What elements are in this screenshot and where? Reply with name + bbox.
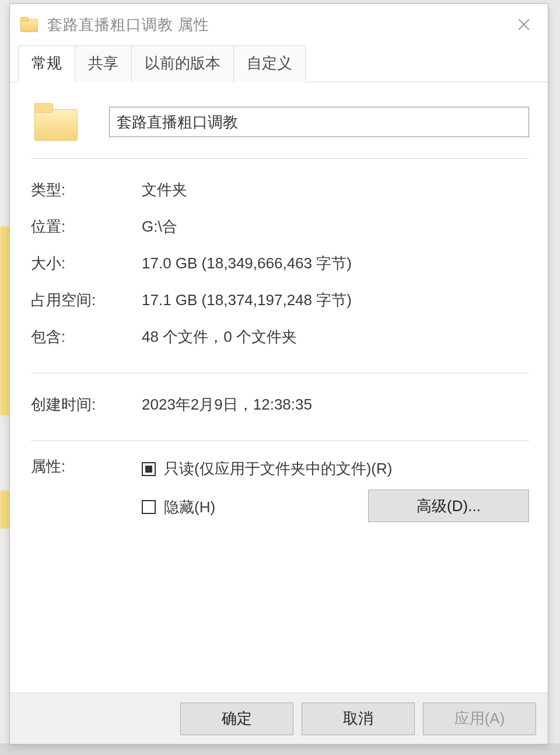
value-size: 17.0 GB (18,349,666,463 字节) bbox=[142, 253, 529, 274]
background-decoration bbox=[0, 0, 9, 755]
close-button[interactable] bbox=[510, 11, 537, 38]
attributes-block: 属性: 只读(仅应用于文件夹中的文件)(R) 隐藏(H) 高级(D)... bbox=[31, 441, 529, 522]
tabstrip: 常规 共享 以前的版本 自定义 bbox=[10, 45, 548, 82]
checkbox-readonly-label[interactable]: 只读(仅应用于文件夹中的文件)(R) bbox=[164, 459, 392, 479]
value-type: 文件夹 bbox=[142, 180, 529, 200]
value-created: 2023年2月9日，12:38:35 bbox=[142, 394, 529, 415]
label-size: 大小: bbox=[31, 253, 142, 274]
tab-general[interactable]: 常规 bbox=[18, 46, 75, 82]
dialog-footer: 确定 取消 应用(A) bbox=[10, 693, 548, 744]
label-created: 创建时间: bbox=[31, 394, 142, 415]
checkbox-readonly[interactable] bbox=[142, 462, 156, 476]
tab-content-general: 类型: 文件夹 位置: G:\合 大小: 17.0 GB (18,349,666… bbox=[10, 82, 548, 693]
folder-icon bbox=[20, 17, 38, 32]
tab-previous-versions[interactable]: 以前的版本 bbox=[131, 46, 234, 82]
info-block-1: 类型: 文件夹 位置: G:\合 大小: 17.0 GB (18,349,666… bbox=[31, 159, 529, 373]
value-size-on-disk: 17.1 GB (18,374,197,248 字节) bbox=[142, 290, 529, 310]
close-icon bbox=[517, 18, 530, 31]
value-location: G:\合 bbox=[142, 216, 529, 237]
label-type: 类型: bbox=[31, 180, 142, 200]
label-contains: 包含: bbox=[31, 327, 142, 347]
tab-customize[interactable]: 自定义 bbox=[233, 46, 306, 82]
checkbox-hidden[interactable] bbox=[142, 500, 156, 514]
ok-button[interactable]: 确定 bbox=[180, 702, 293, 735]
titlebar: 套路直播粗口调教 属性 bbox=[10, 4, 548, 45]
advanced-button[interactable]: 高级(D)... bbox=[368, 490, 529, 522]
label-location: 位置: bbox=[31, 216, 142, 237]
folder-name-input[interactable] bbox=[109, 107, 529, 137]
cancel-button[interactable]: 取消 bbox=[302, 702, 415, 735]
checkbox-hidden-label[interactable]: 隐藏(H) bbox=[164, 497, 215, 518]
value-contains: 48 个文件，0 个文件夹 bbox=[142, 327, 529, 347]
label-size-on-disk: 占用空间: bbox=[31, 290, 142, 310]
info-block-2: 创建时间: 2023年2月9日，12:38:35 bbox=[31, 373, 529, 441]
background-bottom bbox=[0, 743, 560, 755]
tab-sharing[interactable]: 共享 bbox=[75, 46, 132, 82]
window-title: 套路直播粗口调教 属性 bbox=[47, 15, 510, 35]
label-attributes: 属性: bbox=[31, 456, 142, 477]
folder-icon-large bbox=[34, 103, 78, 141]
name-row bbox=[31, 103, 529, 158]
apply-button[interactable]: 应用(A) bbox=[423, 702, 536, 735]
properties-dialog: 套路直播粗口调教 属性 常规 共享 以前的版本 自定义 类型: 文件夹 位置: bbox=[9, 4, 548, 744]
